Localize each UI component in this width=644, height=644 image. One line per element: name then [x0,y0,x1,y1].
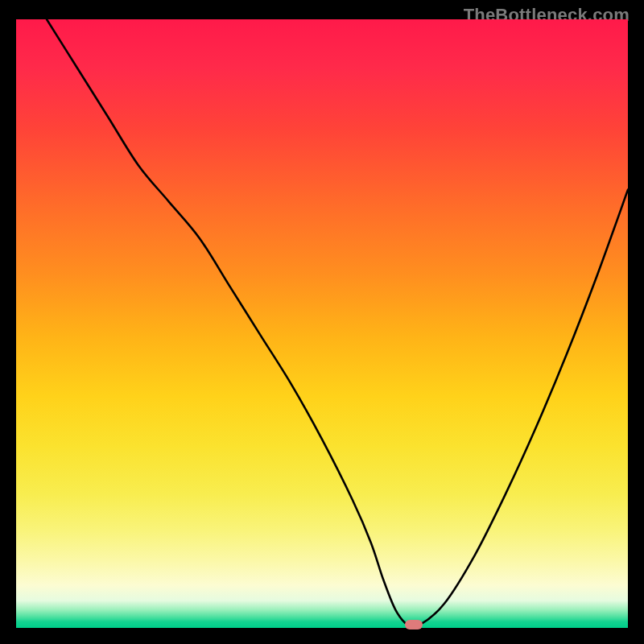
bottleneck-chart: TheBottleneck.com [0,0,644,644]
curve-layer [16,19,628,628]
bottleneck-curve [47,19,628,627]
plot-area [16,19,628,628]
optimal-marker [405,620,423,630]
